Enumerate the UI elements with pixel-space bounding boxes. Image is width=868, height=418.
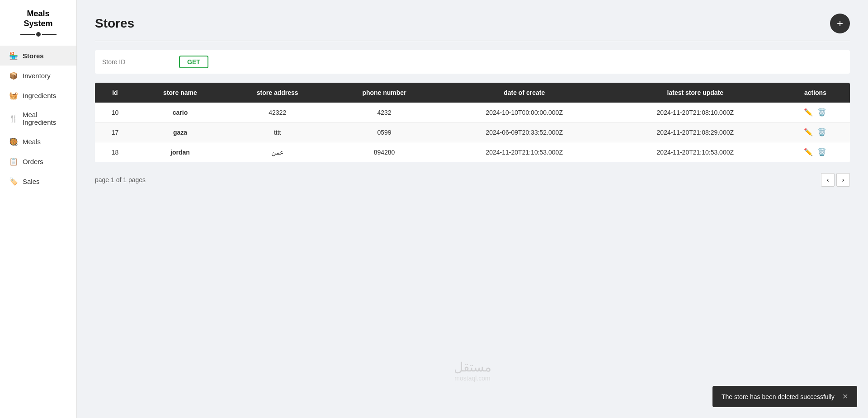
header-divider [95,41,850,41]
next-page-button[interactable]: › [836,173,850,187]
edit-icon[interactable]: ✏️ [804,148,813,156]
sidebar-item-inventory[interactable]: 📦 Inventory [0,66,76,85]
add-store-button[interactable]: + [830,14,850,33]
inventory-icon: 📦 [9,71,18,80]
cell-id: 17 [95,122,135,142]
cell-latest-update: 2024-11-20T21:08:29.000Z [610,122,781,142]
sidebar-item-orders[interactable]: 📋 Orders [0,151,76,171]
sidebar-item-ingredients-label: Ingredients [23,92,56,99]
table-row: 18 jordan عمن 894280 2024-11-20T21:10:53… [95,142,850,162]
pagination-info: page 1 of 1 pages [95,176,146,183]
sales-icon: 🏷️ [9,177,18,186]
edit-icon[interactable]: ✏️ [804,108,813,117]
col-header-id: id [95,83,135,103]
orders-icon: 📋 [9,157,18,166]
table-row: 10 cario 42322 4232 2024-10-10T00:00:00.… [95,103,850,122]
prev-page-button[interactable]: ‹ [821,173,835,187]
brand-divider [20,32,57,37]
cell-phone-number: 894280 [330,142,439,162]
cell-date-of-create: 2024-11-20T21:10:53.000Z [439,142,610,162]
edit-icon[interactable]: ✏️ [804,128,813,136]
sidebar-item-meal-ingredients-label: Meal Ingredients [23,111,67,126]
sidebar-item-sales[interactable]: 🏷️ Sales [0,171,76,191]
stores-table: id store name store address phone number… [95,83,850,162]
toast-close-button[interactable]: ✕ [842,392,848,401]
cell-id: 10 [95,103,135,122]
ingredients-icon: 🧺 [9,91,18,100]
cell-store-address: 42322 [225,103,330,122]
col-header-date-of-create: date of create [439,83,610,103]
cell-store-address: عمن [225,142,330,162]
cell-latest-update: 2024-11-20T21:08:10.000Z [610,103,781,122]
sidebar-item-inventory-label: Inventory [23,72,51,80]
sidebar-item-ingredients[interactable]: 🧺 Ingredients [0,85,76,105]
sidebar-item-meal-ingredients[interactable]: 🍴 Meal Ingredients [0,105,76,132]
brand-title: MealsSystem [24,9,52,28]
delete-icon[interactable]: 🗑️ [817,128,826,136]
stores-table-container: id store name store address phone number… [95,83,850,162]
cell-latest-update: 2024-11-20T21:10:53.000Z [610,142,781,162]
watermark-sub: mostaql.com [454,375,491,382]
meal-ingredients-icon: 🍴 [9,114,18,123]
col-header-latest-store-update: latest store update [610,83,781,103]
cell-phone-number: 0599 [330,122,439,142]
cell-actions: ✏️ 🗑️ [781,122,850,142]
sidebar-item-meals[interactable]: 🥘 Meals [0,132,76,151]
get-button[interactable]: GET [179,56,208,68]
sidebar-item-orders-label: Orders [23,158,43,165]
pagination-row: page 1 of 1 pages ‹ › [95,169,850,190]
cell-id: 18 [95,142,135,162]
col-header-store-address: store address [225,83,330,103]
page-title: Stores [95,16,134,31]
search-row: GET [95,50,850,74]
delete-icon[interactable]: 🗑️ [817,148,826,156]
pagination-controls: ‹ › [821,173,850,187]
table-row: 17 gaza tttt 0599 2024-06-09T20:33:52.00… [95,122,850,142]
col-header-phone-number: phone number [330,83,439,103]
cell-actions: ✏️ 🗑️ [781,142,850,162]
cell-phone-number: 4232 [330,103,439,122]
cell-date-of-create: 2024-10-10T00:00:00.000Z [439,103,610,122]
page-header: Stores + [95,14,850,33]
sidebar-item-stores-label: Stores [23,52,44,60]
toast-notification: The store has been deleted successfully … [712,386,857,407]
cell-store-name: jordan [135,142,225,162]
cell-store-name: cario [135,103,225,122]
cell-date-of-create: 2024-06-09T20:33:52.000Z [439,122,610,142]
sidebar-item-meals-label: Meals [23,138,41,146]
search-input[interactable] [102,58,175,66]
cell-store-name: gaza [135,122,225,142]
main-content: Stores + GET id store name store address… [77,0,868,418]
toast-message: The store has been deleted successfully [722,393,835,400]
stores-icon: 🏪 [9,51,18,60]
meals-icon: 🥘 [9,137,18,146]
watermark-text: مستقل [454,360,491,375]
table-header-row: id store name store address phone number… [95,83,850,103]
sidebar-item-stores[interactable]: 🏪 Stores [0,46,76,66]
col-header-actions: actions [781,83,850,103]
cell-store-address: tttt [225,122,330,142]
sidebar-item-sales-label: Sales [23,178,40,185]
watermark: مستقل mostaql.com [454,360,491,382]
sidebar: MealsSystem 🏪 Stores 📦 Inventory 🧺 Ingre… [0,0,77,418]
cell-actions: ✏️ 🗑️ [781,103,850,122]
col-header-store-name: store name [135,83,225,103]
delete-icon[interactable]: 🗑️ [817,108,826,117]
